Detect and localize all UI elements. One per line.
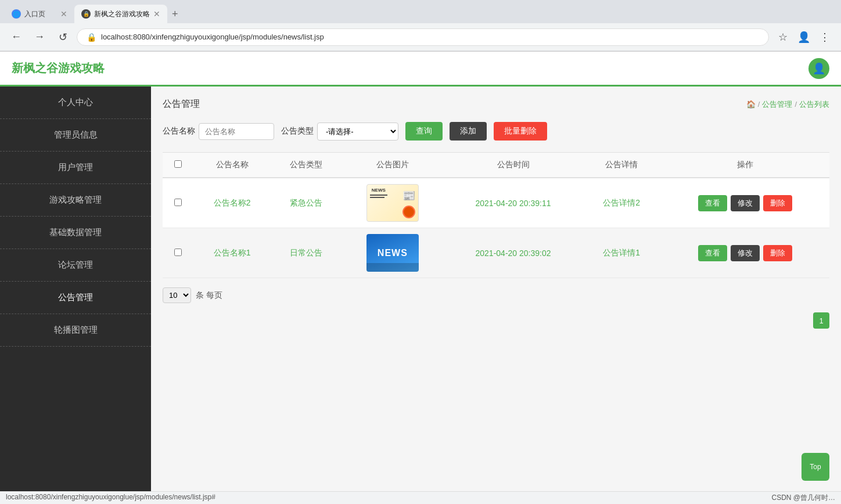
table-row: 公告名称1 日常公告 NEWS xyxy=(163,228,829,278)
row2-time-cell: 2021-04-20 20:39:02 xyxy=(444,228,583,278)
tab-label-2: 新枫之谷游戏攻略 xyxy=(94,9,150,19)
row1-checkbox[interactable] xyxy=(174,199,182,206)
pagination-right: 1 xyxy=(163,312,829,329)
search-name-input[interactable] xyxy=(199,123,274,140)
new-tab-button[interactable]: + xyxy=(167,8,183,20)
search-type-label: 公告类型 xyxy=(281,126,314,136)
row2-type-link[interactable]: 日常公告 xyxy=(290,248,322,257)
app-header: 新枫之谷游戏攻略 👤 xyxy=(0,52,841,87)
row2-name-cell: 公告名称1 xyxy=(193,228,271,278)
tab-inactive[interactable]: 🌐 入口页 ✕ xyxy=(5,5,74,23)
col-action: 操作 xyxy=(660,153,829,178)
query-button[interactable]: 查询 xyxy=(405,122,443,141)
row1-actions: 查看 修改 删除 xyxy=(666,195,824,211)
row1-image-container: NEWS 📰 xyxy=(347,184,438,222)
status-right: CSDN @曾几何时… xyxy=(771,493,835,503)
status-bar: localhost:8080/xinfengzhiguyouxigonglue/… xyxy=(0,491,841,504)
table-row: 公告名称2 紧急公告 NEWS xyxy=(163,178,829,228)
tab-close-2[interactable]: ✕ xyxy=(153,9,160,19)
address-bar: ← → ↺ 🔒 localhost:8080/xinfengzhiguyouxi… xyxy=(0,23,841,51)
row2-checkbox[interactable] xyxy=(174,249,182,256)
breadcrumb-current: 公告列表 xyxy=(799,99,829,110)
col-name: 公告名称 xyxy=(193,153,271,178)
sidebar-item-basic-data[interactable]: 基础数据管理 xyxy=(0,217,151,249)
row2-checkbox-cell xyxy=(163,228,193,278)
col-checkbox xyxy=(163,153,193,178)
breadcrumb: 🏠 / 公告管理 / 公告列表 xyxy=(746,99,829,110)
row2-news-image: NEWS xyxy=(366,234,419,272)
search-type-group: 公告类型 -请选择- 紧急公告 日常公告 xyxy=(281,123,398,141)
col-detail: 公告详情 xyxy=(583,153,660,178)
user-avatar[interactable]: 👤 xyxy=(808,58,829,79)
breadcrumb-home-icon[interactable]: 🏠 xyxy=(746,100,756,109)
sidebar-item-game-guide[interactable]: 游戏攻略管理 xyxy=(0,184,151,217)
sidebar-item-admin-info[interactable]: 管理员信息 xyxy=(0,119,151,152)
per-page-label: 条 每页 xyxy=(196,290,222,301)
batch-delete-button[interactable]: 批量删除 xyxy=(494,122,547,141)
profile-button[interactable]: 👤 xyxy=(795,28,813,46)
breadcrumb-sep-2: / xyxy=(795,100,797,109)
data-table: 公告名称 公告类型 公告图片 公告时间 公告详情 操作 公告名称2 xyxy=(163,152,829,278)
row2-edit-button[interactable]: 修改 xyxy=(731,245,760,261)
app-body: 个人中心 管理员信息 用户管理 游戏攻略管理 基础数据管理 论坛管理 公告管理 … xyxy=(0,87,841,504)
tab-label-1: 入口页 xyxy=(24,9,45,19)
row2-delete-button[interactable]: 删除 xyxy=(763,245,792,261)
row1-name-cell: 公告名称2 xyxy=(193,178,271,228)
row1-image-cell: NEWS 📰 xyxy=(342,178,444,228)
add-button[interactable]: 添加 xyxy=(450,122,487,141)
tab-close-1[interactable]: ✕ xyxy=(60,9,67,19)
row1-time-cell: 2021-04-20 20:39:11 xyxy=(444,178,583,228)
row2-view-button[interactable]: 查看 xyxy=(698,245,727,261)
page-size-select[interactable]: 10 20 50 xyxy=(163,287,191,303)
row1-news-image: NEWS 📰 xyxy=(366,184,419,222)
row1-checkbox-cell xyxy=(163,178,193,228)
globe-icon: 🌐 xyxy=(12,9,21,19)
row2-detail-link[interactable]: 公告详情1 xyxy=(603,248,640,257)
back-to-top-button[interactable]: Top xyxy=(802,453,829,481)
row1-view-button[interactable]: 查看 xyxy=(698,195,727,211)
row1-delete-button[interactable]: 删除 xyxy=(763,195,792,211)
row2-detail-cell: 公告详情1 xyxy=(583,228,660,278)
tab-active[interactable]: 🔒 新枫之谷游戏攻略 ✕ xyxy=(74,5,167,23)
row2-image-cell: NEWS xyxy=(342,228,444,278)
sidebar-item-personal[interactable]: 个人中心 xyxy=(0,87,151,119)
sidebar: 个人中心 管理员信息 用户管理 游戏攻略管理 基础数据管理 论坛管理 公告管理 … xyxy=(0,87,151,504)
search-bar: 公告名称 公告类型 -请选择- 紧急公告 日常公告 查询 添加 批量删除 xyxy=(163,122,829,141)
sidebar-item-user-mgmt[interactable]: 用户管理 xyxy=(0,152,151,184)
back-to-top-label: Top xyxy=(810,463,821,471)
back-button[interactable]: ← xyxy=(7,28,26,46)
table-header-row: 公告名称 公告类型 公告图片 公告时间 公告详情 操作 xyxy=(163,153,829,178)
bookmark-button[interactable]: ☆ xyxy=(774,28,792,46)
forward-button[interactable]: → xyxy=(30,28,49,46)
row1-actions-cell: 查看 修改 删除 xyxy=(660,178,829,228)
sidebar-item-forum[interactable]: 论坛管理 xyxy=(0,249,151,282)
row2-image-container: NEWS xyxy=(347,234,438,272)
page-1-button[interactable]: 1 xyxy=(813,312,829,329)
tab-bar: 🌐 入口页 ✕ 🔒 新枫之谷游戏攻略 ✕ + xyxy=(0,0,841,23)
row1-edit-button[interactable]: 修改 xyxy=(731,195,760,211)
sidebar-item-banner[interactable]: 轮播图管理 xyxy=(0,314,151,347)
page-header: 公告管理 🏠 / 公告管理 / 公告列表 xyxy=(163,98,829,110)
status-url: localhost:8080/xinfengzhiguyouxigonglue/… xyxy=(6,493,215,503)
url-text: localhost:8080/xinfengzhiguyouxigonglue/… xyxy=(101,33,324,41)
select-all-checkbox[interactable] xyxy=(174,160,182,168)
row2-name-link[interactable]: 公告名称1 xyxy=(214,248,251,257)
browser-actions: ☆ 👤 ⋮ xyxy=(774,28,834,46)
row1-detail-link[interactable]: 公告详情2 xyxy=(603,198,640,207)
row1-name-link[interactable]: 公告名称2 xyxy=(214,198,251,207)
row1-type-link[interactable]: 紧急公告 xyxy=(290,198,322,207)
row1-time: 2021-04-20 20:39:11 xyxy=(476,199,551,208)
lock-icon: 🔒 xyxy=(81,9,91,19)
security-icon: 🔒 xyxy=(87,33,96,42)
row2-time: 2021-04-20 20:39:02 xyxy=(476,249,551,258)
refresh-button[interactable]: ↺ xyxy=(53,28,72,46)
url-bar[interactable]: 🔒 localhost:8080/xinfengzhiguyouxigonglu… xyxy=(77,28,769,46)
main-content: 公告管理 🏠 / 公告管理 / 公告列表 公告名称 公告类型 -请选择- 紧急公… xyxy=(151,87,841,504)
sidebar-item-notice[interactable]: 公告管理 xyxy=(0,282,151,314)
menu-button[interactable]: ⋮ xyxy=(815,28,834,46)
search-type-select[interactable]: -请选择- 紧急公告 日常公告 xyxy=(317,123,398,141)
breadcrumb-item-1[interactable]: 公告管理 xyxy=(762,99,792,110)
col-image: 公告图片 xyxy=(342,153,444,178)
row2-actions-cell: 查看 修改 删除 xyxy=(660,228,829,278)
pagination-row: 10 20 50 条 每页 xyxy=(163,287,829,303)
